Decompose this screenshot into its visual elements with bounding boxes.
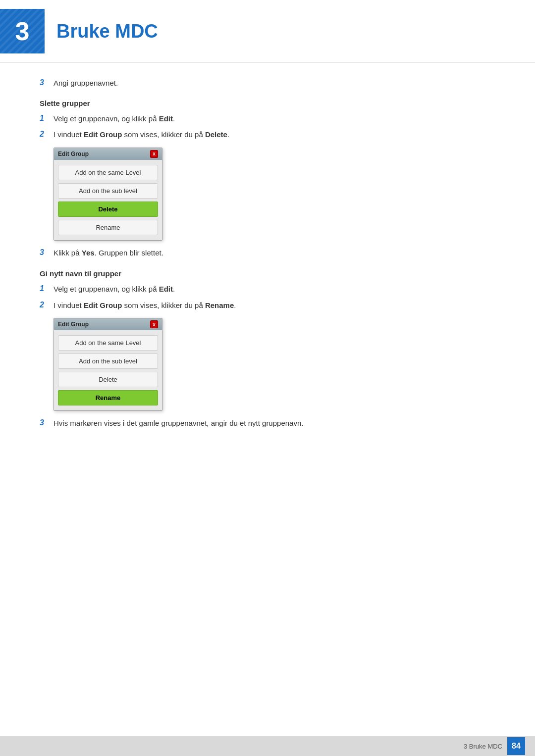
page-header: 3 Bruke MDC bbox=[0, 0, 535, 63]
section-slette: Slette grupper bbox=[40, 99, 495, 107]
dialog1-btn-add-sub[interactable]: Add on the sub level bbox=[58, 183, 158, 199]
dialog1-btn-delete[interactable]: Delete bbox=[58, 202, 158, 217]
step-text-s1: Velg et gruppenavn, og klikk på Edit. bbox=[54, 113, 175, 125]
dialog2-btn-add-sub[interactable]: Add on the sub level bbox=[58, 353, 158, 369]
dialog2-body: Add on the same Level Add on the sub lev… bbox=[54, 330, 162, 410]
chapter-title: Bruke MDC bbox=[56, 21, 158, 42]
rename-step3: 3 Hvis markøren vises i det gamle gruppe… bbox=[40, 418, 495, 429]
dialog1-close-button[interactable]: x bbox=[150, 150, 158, 158]
edit-group-dialog-1: Edit Group x Add on the same Level Add o… bbox=[54, 148, 162, 241]
slette-step3: 3 Klikk på Yes. Gruppen blir slettet. bbox=[40, 248, 495, 259]
slette-step1: 1 Velg et gruppenavn, og klikk på Edit. bbox=[40, 113, 495, 125]
step-text-angi: Angi gruppenavnet. bbox=[54, 78, 118, 89]
step-num-s2: 2 bbox=[40, 129, 54, 139]
footer-text: 3 Bruke MDC bbox=[464, 743, 502, 750]
section-rename: Gi nytt navn til grupper bbox=[40, 269, 495, 278]
dialog1-btn-add-same[interactable]: Add on the same Level bbox=[58, 165, 158, 180]
dialog2-btn-add-same[interactable]: Add on the same Level bbox=[58, 335, 158, 351]
dialog1-wrapper: Edit Group x Add on the same Level Add o… bbox=[54, 148, 495, 241]
dialog2-close-button[interactable]: x bbox=[150, 320, 158, 328]
step-num-r1: 1 bbox=[40, 284, 54, 293]
rename-step2: 2 I vinduet Edit Group som vises, klikke… bbox=[40, 300, 495, 311]
step-text-r2: I vinduet Edit Group som vises, klikker … bbox=[54, 300, 236, 311]
step-text-s3: Klikk på Yes. Gruppen blir slettet. bbox=[54, 248, 163, 259]
step-text-s2: I vinduet Edit Group som vises, klikker … bbox=[54, 129, 229, 141]
dialog1-btn-rename[interactable]: Rename bbox=[58, 220, 158, 235]
dialog2-titlebar: Edit Group x bbox=[54, 318, 162, 330]
main-content: 3 Angi gruppenavnet. Slette grupper 1 Ve… bbox=[0, 63, 535, 474]
step-num-r3: 3 bbox=[40, 418, 54, 427]
step-num-r2: 2 bbox=[40, 300, 54, 309]
step-text-r1: Velg et gruppenavn, og klikk på Edit. bbox=[54, 284, 175, 295]
chapter-number: 3 bbox=[15, 16, 30, 46]
dialog1-body: Add on the same Level Add on the sub lev… bbox=[54, 160, 162, 240]
dialog1-title: Edit Group bbox=[58, 151, 89, 157]
dialog1-titlebar: Edit Group x bbox=[54, 148, 162, 160]
dialog2-title: Edit Group bbox=[58, 321, 89, 328]
dialog2-wrapper: Edit Group x Add on the same Level Add o… bbox=[54, 318, 495, 411]
dialog2-btn-delete[interactable]: Delete bbox=[58, 372, 158, 387]
step-num-s1: 1 bbox=[40, 113, 54, 123]
dialog2-btn-rename[interactable]: Rename bbox=[58, 390, 158, 405]
footer-page-number: 84 bbox=[507, 737, 525, 755]
page-footer: 3 Bruke MDC 84 bbox=[0, 736, 535, 756]
slette-step2: 2 I vinduet Edit Group som vises, klikke… bbox=[40, 129, 495, 141]
step-num-s3: 3 bbox=[40, 248, 54, 257]
step-num-3a: 3 bbox=[40, 78, 54, 87]
step-text-r3: Hvis markøren vises i det gamle gruppena… bbox=[54, 418, 303, 429]
chapter-number-box: 3 bbox=[0, 9, 45, 53]
rename-step1: 1 Velg et gruppenavn, og klikk på Edit. bbox=[40, 284, 495, 295]
edit-group-dialog-2: Edit Group x Add on the same Level Add o… bbox=[54, 318, 162, 411]
step-angi: 3 Angi gruppenavnet. bbox=[40, 78, 495, 89]
